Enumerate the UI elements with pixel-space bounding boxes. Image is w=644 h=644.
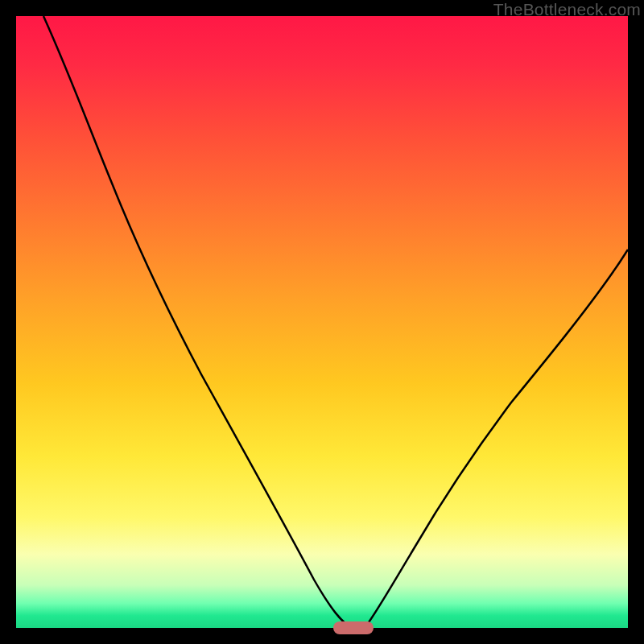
plot-area: [16, 16, 628, 628]
right-curve: [365, 250, 628, 628]
curve-svg: [16, 16, 628, 628]
minimum-marker: [333, 621, 374, 634]
chart-container: TheBottleneck.com: [0, 0, 644, 644]
left-curve: [43, 16, 353, 628]
